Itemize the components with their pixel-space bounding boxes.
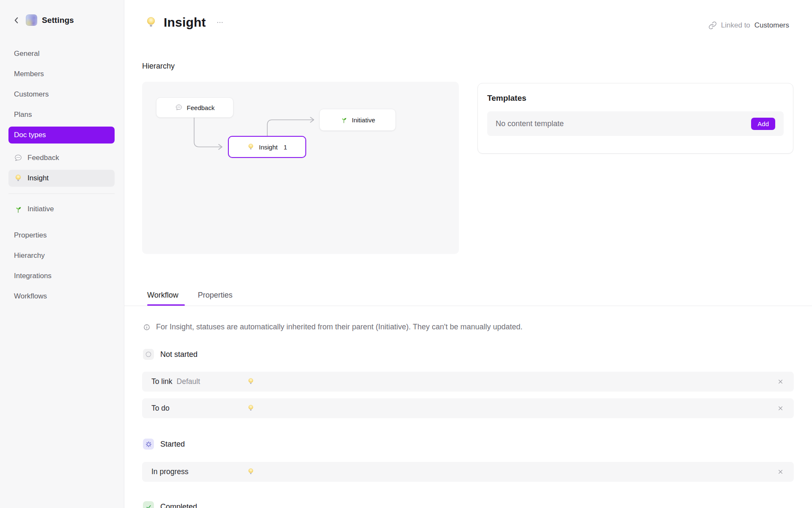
node-initiative[interactable]: Initiative xyxy=(319,109,396,131)
chevron-left-icon xyxy=(12,16,21,25)
hierarchy-diagram: Feedback Insight 1 Initiative xyxy=(142,82,459,254)
sidebar-item-integrations[interactable]: Integrations xyxy=(0,266,124,286)
templates-title: Templates xyxy=(487,94,784,103)
close-icon xyxy=(777,468,784,475)
light-bulb-icon xyxy=(247,468,255,475)
seedling-icon xyxy=(14,205,22,213)
page-menu-button[interactable] xyxy=(214,17,225,28)
status-row-in-progress[interactable]: In progress xyxy=(142,462,794,482)
template-empty-text: No content template xyxy=(496,119,564,128)
sidebar-item-properties[interactable]: Properties xyxy=(0,225,124,246)
node-insight[interactable]: Insight 1 xyxy=(228,136,306,158)
close-icon xyxy=(777,378,784,385)
check-icon xyxy=(143,501,154,508)
speech-balloon-icon xyxy=(175,104,183,111)
spinner-icon xyxy=(143,439,154,450)
workflow-info: For Insight, statuses are automatically … xyxy=(143,323,523,331)
main-content: Insight Linked to Customers Hierarchy xyxy=(124,0,812,508)
page-title: Insight xyxy=(164,15,206,30)
ellipsis-icon xyxy=(216,19,224,26)
status-section-completed: Completed xyxy=(143,501,197,508)
tab-workflow[interactable]: Workflow xyxy=(147,284,178,306)
sidebar-sub-nav: Properties Hierarchy Integrations Workfl… xyxy=(0,225,124,306)
light-bulb-icon xyxy=(14,174,22,182)
status-row-to-do[interactable]: To do xyxy=(142,398,794,418)
sidebar-header: Settings xyxy=(0,0,124,26)
sidebar: Settings General Members Customers Plans… xyxy=(0,0,124,508)
linked-to-customers[interactable]: Linked to Customers xyxy=(708,21,789,30)
back-button[interactable] xyxy=(12,16,21,25)
template-row: No content template Add xyxy=(487,111,784,136)
sidebar-item-customers[interactable]: Customers xyxy=(0,84,124,105)
status-section-not-started: Not started xyxy=(143,349,198,360)
default-tag: Default xyxy=(177,377,200,386)
sidebar-item-feedback[interactable]: Feedback xyxy=(0,148,124,168)
sidebar-item-general[interactable]: General xyxy=(0,44,124,64)
workspace-avatar xyxy=(26,14,37,26)
remove-status-button[interactable] xyxy=(776,404,785,413)
settings-title: Settings xyxy=(42,16,74,25)
add-template-button[interactable]: Add xyxy=(751,118,775,130)
templates-card: Templates No content template Add xyxy=(477,83,793,154)
settings-page: Settings General Members Customers Plans… xyxy=(0,0,812,508)
light-bulb-icon xyxy=(247,404,255,412)
doc-type-list: Feedback Insight Initiative xyxy=(0,148,124,219)
light-bulb-icon xyxy=(145,16,157,29)
sidebar-item-initiative[interactable]: Initiative xyxy=(0,199,124,219)
sidebar-item-members[interactable]: Members xyxy=(0,64,124,84)
sidebar-item-plans[interactable]: Plans xyxy=(0,105,124,125)
link-icon xyxy=(708,21,717,30)
status-row-to-link[interactable]: To link Default xyxy=(142,372,794,392)
sidebar-divider xyxy=(8,193,115,194)
node-feedback[interactable]: Feedback xyxy=(156,97,233,118)
linked-label: Linked to xyxy=(721,21,750,30)
tabs-bar: Workflow Properties xyxy=(124,284,812,306)
remove-status-button[interactable] xyxy=(776,378,785,386)
node-count: 1 xyxy=(283,144,287,151)
close-icon xyxy=(777,405,784,412)
sidebar-nav: General Members Customers Plans Doc type… xyxy=(0,44,124,306)
light-bulb-icon xyxy=(247,378,255,385)
sidebar-item-doc-types[interactable]: Doc types xyxy=(8,127,115,144)
sidebar-item-insight[interactable]: Insight xyxy=(8,170,115,187)
info-icon xyxy=(143,323,151,331)
circle-outline-icon xyxy=(143,349,154,360)
page-header: Insight xyxy=(145,15,225,30)
sidebar-item-hierarchy[interactable]: Hierarchy xyxy=(0,246,124,266)
status-section-started: Started xyxy=(143,439,185,450)
linked-target: Customers xyxy=(754,21,789,30)
sidebar-item-workflows[interactable]: Workflows xyxy=(0,286,124,306)
hierarchy-section-label: Hierarchy xyxy=(142,62,175,71)
speech-balloon-icon xyxy=(14,154,22,162)
seedling-icon xyxy=(340,116,348,124)
workflow-info-text: For Insight, statuses are automatically … xyxy=(156,323,523,331)
tab-properties[interactable]: Properties xyxy=(198,284,233,306)
light-bulb-icon xyxy=(247,143,255,151)
remove-status-button[interactable] xyxy=(776,468,785,476)
